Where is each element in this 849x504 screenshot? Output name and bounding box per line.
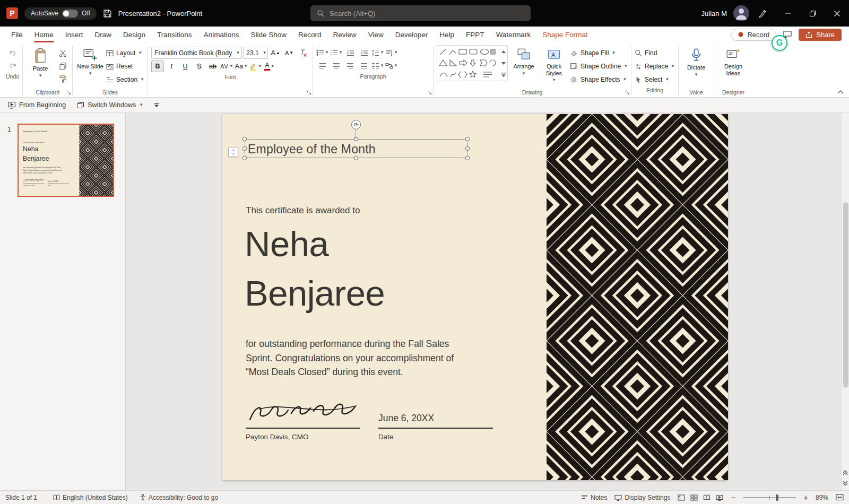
date-caption[interactable]: Date (48, 184, 50, 186)
powerpoint-app-icon[interactable]: P (6, 7, 18, 19)
character-spacing-button[interactable]: AV▼ (220, 60, 234, 72)
date-value-text[interactable]: June 6, 20XX (48, 180, 58, 183)
text-shadow-button[interactable]: S (193, 60, 205, 72)
zoom-level[interactable]: 89% (816, 494, 828, 501)
increase-font-size-button[interactable]: A▲ (269, 47, 282, 59)
body-paragraph-text[interactable]: for outstanding performance during the F… (23, 167, 64, 175)
justify-button[interactable] (358, 60, 370, 72)
bold-button[interactable]: B (151, 60, 164, 72)
next-slide-button[interactable] (843, 481, 848, 486)
tab-view[interactable]: View (362, 27, 389, 42)
accessibility-status[interactable]: Accessibility: Good to go (140, 494, 218, 501)
minimize-button[interactable] (776, 0, 800, 27)
diamond-pattern-graphic[interactable] (79, 125, 113, 196)
font-name-caret-icon[interactable]: ▼ (235, 50, 242, 55)
previous-slide-button[interactable] (843, 470, 848, 475)
reset-button[interactable]: Reset (106, 60, 144, 72)
numbering-button[interactable]: ▼ (330, 47, 343, 58)
signature-caption[interactable]: Payton Davis, CMO (246, 433, 309, 441)
font-size-input[interactable] (244, 49, 262, 57)
shape-fill-button[interactable]: Shape Fill▼ (570, 47, 628, 59)
pen-icon[interactable] (758, 8, 767, 18)
rotate-handle[interactable]: ⟳ (351, 120, 361, 129)
tab-developer[interactable]: Developer (389, 27, 434, 42)
align-left-button[interactable] (316, 60, 329, 72)
date-value-text[interactable]: June 6, 20XX (378, 413, 434, 424)
columns-button[interactable]: ▼ (371, 60, 384, 72)
shapes-gallery[interactable] (437, 45, 508, 81)
replace-button[interactable]: Replace▼ (635, 60, 675, 72)
bullets-button[interactable]: ▼ (316, 47, 329, 58)
display-settings-button[interactable]: Display Settings (614, 494, 670, 501)
award-line-text[interactable]: This certificate is awarded to (23, 142, 44, 144)
grammarly-icon[interactable]: G (772, 35, 787, 51)
from-beginning-button[interactable]: From Beginning (7, 101, 66, 109)
title-textbox-selection[interactable] (245, 139, 467, 158)
convert-to-smartart-button[interactable]: ▼ (385, 60, 398, 72)
signature-caption[interactable]: Payton Davis, CMO (23, 184, 34, 186)
tab-help[interactable]: Help (434, 27, 460, 42)
line-spacing-button[interactable]: ▼ (371, 47, 384, 58)
new-slide-button[interactable]: New Slide ▼ (76, 45, 105, 76)
resize-handle-middle-left[interactable] (242, 146, 247, 151)
text-direction-button[interactable]: ▼ (385, 47, 398, 58)
quick-styles-button[interactable]: A Quick Styles ▼ (540, 45, 568, 82)
resize-handle-bottom-left[interactable] (242, 156, 247, 160)
tab-record[interactable]: Record (292, 27, 327, 42)
change-case-button[interactable]: Aa▼ (235, 60, 248, 72)
shapes-scroll-down-button[interactable] (499, 57, 507, 69)
scrollbar-thumb[interactable] (843, 202, 848, 388)
fit-to-window-button[interactable] (836, 494, 844, 501)
resize-handle-bottom-center[interactable] (354, 156, 358, 160)
zoom-in-button[interactable]: + (803, 493, 808, 502)
reading-view-button[interactable] (703, 494, 711, 501)
dictate-button[interactable]: Dictate ▼ (682, 45, 711, 77)
zoom-slider[interactable] (743, 497, 796, 498)
font-name-input[interactable] (152, 49, 235, 57)
decrease-font-size-button[interactable]: A▼ (283, 47, 296, 59)
slide-thumbnail[interactable]: Employee of the Month This certificate i… (18, 124, 114, 197)
autosave-toggle[interactable] (62, 10, 78, 18)
increase-indent-button[interactable] (358, 47, 370, 58)
slide-sorter-view-button[interactable] (690, 494, 698, 501)
slide-canvas[interactable]: Employee of the Month This certificate i… (126, 113, 849, 490)
diamond-pattern-graphic[interactable] (547, 114, 728, 480)
avatar[interactable] (733, 5, 749, 21)
redo-button[interactable] (6, 60, 19, 72)
restore-button[interactable] (800, 0, 825, 27)
resize-handle-top-left[interactable] (242, 137, 247, 141)
share-button[interactable]: Share (799, 29, 842, 41)
shape-outline-button[interactable]: Shape Outline▼ (570, 60, 628, 72)
normal-view-button[interactable] (678, 494, 685, 501)
arrange-button[interactable]: Arrange ▼ (509, 45, 538, 76)
drawing-dialog-launcher[interactable] (625, 90, 630, 95)
tab-transitions[interactable]: Transitions (151, 27, 198, 42)
copy-button[interactable] (56, 60, 69, 72)
section-button[interactable]: Section▼ (106, 74, 144, 85)
underline-button[interactable]: U (179, 60, 192, 72)
tab-design[interactable]: Design (117, 27, 151, 42)
text-highlight-button[interactable]: ▼ (249, 60, 262, 72)
format-painter-button[interactable] (56, 73, 69, 84)
search-input[interactable] (330, 10, 524, 18)
select-button[interactable]: Select▼ (635, 74, 675, 85)
shapes-row-misc[interactable] (439, 70, 496, 79)
close-button[interactable] (825, 0, 849, 27)
find-button[interactable]: Find (635, 47, 675, 59)
zoom-out-button[interactable]: − (731, 493, 735, 502)
shapes-scroll-up-button[interactable] (499, 46, 507, 57)
tab-slide-show[interactable]: Slide Show (245, 27, 292, 42)
font-size-caret-icon[interactable]: ▼ (262, 50, 267, 55)
font-size-combo[interactable]: ▼ (243, 47, 268, 59)
recipient-name-text[interactable]: Neha Benjaree (245, 219, 385, 318)
shapes-row-lines[interactable] (439, 47, 496, 56)
italic-button[interactable]: I (165, 60, 178, 72)
autosave-control[interactable]: AutoSave Off (24, 7, 97, 20)
layout-button[interactable]: Layout▼ (106, 47, 144, 59)
tab-fppt[interactable]: FPPT (460, 27, 490, 42)
undo-button[interactable] (6, 47, 19, 59)
notes-button[interactable]: Notes (581, 494, 607, 501)
tab-animations[interactable]: Animations (198, 27, 245, 42)
recipient-name-text[interactable]: Neha Benjaree (23, 144, 49, 163)
strikethrough-button[interactable]: ab (206, 60, 219, 72)
